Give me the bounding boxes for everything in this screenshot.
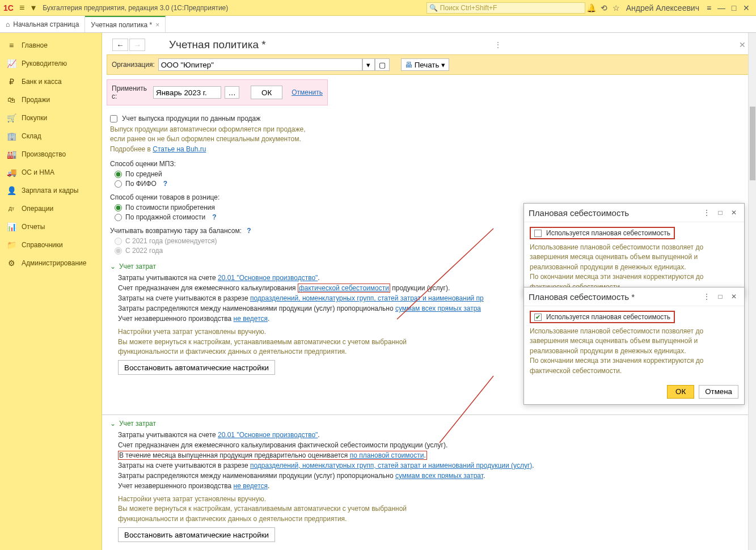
restore-auto-button-2[interactable]: Восстановить автоматические настройки: [118, 527, 275, 542]
radio-label: По продажной стоимости: [125, 213, 205, 221]
distribution-link[interactable]: суммам всех прямых затра: [395, 304, 481, 312]
history-icon[interactable]: ⟲: [598, 2, 610, 14]
sidebar-item-main[interactable]: ≡Главное: [0, 36, 102, 54]
wip-link[interactable]: не ведется: [234, 315, 268, 323]
close-window-icon[interactable]: ✕: [740, 2, 753, 14]
star-icon[interactable]: ☆: [610, 2, 623, 14]
retail-label: Способ оценки товаров в рознице:: [110, 193, 748, 201]
sidebar-item-operations[interactable]: ДтОперации: [0, 200, 102, 218]
sidebar-item-admin[interactable]: ⚙Администрирование: [0, 254, 102, 272]
popup-more-icon[interactable]: ⋮: [701, 291, 712, 302]
scrollbar[interactable]: [748, 33, 756, 550]
sidebar-item-refs[interactable]: 📁Справочники: [0, 236, 102, 254]
print-button[interactable]: 🖶 Печать ▾: [401, 58, 450, 71]
highlighted-plan-line: В течение месяца выпущенная продукция пр…: [118, 451, 427, 460]
tab-home[interactable]: ⌂ Начальная страница: [0, 16, 85, 32]
apply-label: Применить с:: [112, 84, 150, 100]
cost-section-toggle-2[interactable]: ⌄Учет затрат: [110, 420, 748, 428]
sidebar-item-bank[interactable]: ₽Банк и касса: [0, 73, 102, 91]
manual-hint-2: Настройки учета затрат установлены вручн…: [118, 494, 748, 524]
checkbox-output-by-sales[interactable]: Учет выпуска продукции по данным продаж: [110, 115, 748, 122]
org-dropdown-button[interactable]: ▾: [362, 58, 375, 71]
apply-date-input[interactable]: [153, 86, 221, 99]
minimize-icon[interactable]: —: [715, 2, 728, 14]
checkbox-checked-icon[interactable]: ✔: [534, 314, 542, 321]
bag-icon: 🛍: [6, 95, 17, 104]
checkbox[interactable]: [110, 115, 117, 122]
sidebar-item-label: ОС и НМА: [22, 168, 54, 176]
popup-cancel-button[interactable]: Отмена: [699, 385, 738, 399]
search-input[interactable]: 🔍 Поиск Ctrl+Shift+F: [426, 2, 585, 14]
forward-button[interactable]: →: [129, 39, 145, 51]
app-logo-icon: 1C: [3, 3, 14, 12]
popup-title: Плановая себестоимость *: [529, 292, 635, 302]
popup-maximize-icon[interactable]: □: [715, 291, 726, 302]
maximize-icon[interactable]: □: [728, 2, 740, 14]
actual-cost-link[interactable]: фактической себестоимости: [299, 284, 389, 292]
scroll-thumb[interactable]: [750, 107, 755, 180]
account-link[interactable]: 20.01 "Основное производство": [218, 431, 318, 439]
apply-ok-button[interactable]: ОК: [251, 86, 282, 99]
bell-icon[interactable]: 🔔: [585, 2, 598, 14]
sidebar-item-manager[interactable]: 📈Руководителю: [0, 54, 102, 73]
sidebar-item-assets[interactable]: 🚚ОС и НМА: [0, 163, 102, 181]
sidebar-item-warehouse[interactable]: 🏢Склад: [0, 127, 102, 145]
help-icon[interactable]: ?: [212, 213, 216, 221]
plan-cost-link[interactable]: по плановой стоимости: [350, 451, 424, 459]
truck-icon: 🚚: [6, 168, 17, 177]
radio-label: По стоимости приобретения: [125, 204, 215, 211]
help-icon[interactable]: ?: [247, 227, 251, 235]
hamburger-icon[interactable]: ≡: [19, 3, 24, 13]
popup-close-icon[interactable]: ✕: [728, 291, 740, 302]
dropdown-icon[interactable]: ▾: [31, 2, 36, 13]
sidebar-item-label: Покупки: [22, 114, 47, 122]
person-icon: 👤: [6, 186, 17, 195]
popup-more-icon[interactable]: ⋮: [701, 207, 712, 218]
popup-checkbox-row-checked[interactable]: ✔ Используется плановая себестоимость: [530, 311, 675, 323]
sidebar-item-reports[interactable]: 📊Отчеты: [0, 218, 102, 236]
apply-cancel-link[interactable]: Отменить: [292, 88, 323, 96]
sidebar-item-production[interactable]: 🏭Производство: [0, 145, 102, 163]
popup-desc: Использование плановой себестоимости поз…: [530, 243, 738, 292]
org-open-button[interactable]: ▢: [375, 58, 390, 71]
sidebar-item-label: Справочники: [22, 241, 63, 249]
radio-mpz-fifo[interactable]: По ФИФО?: [115, 180, 748, 188]
distribution-link-2[interactable]: суммам всех прямых затрат: [395, 472, 483, 480]
radio-mpz-avg[interactable]: По средней: [115, 170, 748, 178]
sections-link[interactable]: подразделений, номенклатурных групп, ста…: [250, 294, 484, 302]
sidebar-item-sales[interactable]: 🛍Продажи: [0, 91, 102, 109]
back-button[interactable]: ←: [112, 39, 128, 51]
restore-auto-button[interactable]: Восстановить автоматические настройки: [118, 360, 275, 375]
cost-block-variant: ⌄Учет затрат Затраты учитываются на счет…: [102, 414, 756, 550]
popup-checkbox-row[interactable]: Используется плановая себестоимость: [530, 227, 675, 239]
sidebar-item-hr[interactable]: 👤Зарплата и кадры: [0, 181, 102, 200]
buh-link[interactable]: Статье на Buh.ru: [153, 145, 206, 153]
org-label: Организация:: [112, 61, 155, 69]
popup-body: Используется плановая себестоимость Испо…: [524, 222, 744, 297]
sidebar-item-label: Руководителю: [22, 60, 67, 67]
radio-label: По ФИФО: [125, 180, 157, 188]
checkbox-icon[interactable]: [534, 230, 542, 237]
wip-link-2[interactable]: не ведется: [234, 482, 268, 490]
account-link[interactable]: 20.01 "Основное производство": [218, 274, 318, 282]
tab-active[interactable]: Учетная политика * ×: [85, 16, 166, 32]
apply-date-picker[interactable]: …: [225, 86, 239, 99]
sidebar-item-label: Продажи: [22, 96, 50, 104]
sidebar-item-purchases[interactable]: 🛒Покупки: [0, 109, 102, 127]
popup-maximize-icon[interactable]: □: [715, 207, 726, 218]
radio-label: По средней: [125, 170, 162, 178]
popup-close-icon[interactable]: ✕: [728, 207, 740, 218]
sidebar-item-label: Склад: [22, 132, 41, 140]
titlebar: 1C ≡ ▾ Бухгалтерия предприятия, редакция…: [0, 0, 756, 16]
popup-ok-button[interactable]: ОК: [667, 385, 694, 399]
page-close-icon[interactable]: ✕: [739, 40, 746, 49]
chevron-down-icon: ⌄: [110, 420, 116, 428]
more-icon[interactable]: ⋮: [494, 40, 502, 49]
sections-link-2[interactable]: подразделений, номенклатурных групп, ста…: [250, 462, 532, 469]
user-name[interactable]: Андрей Алексеевич: [623, 2, 703, 14]
close-icon[interactable]: ×: [155, 21, 159, 29]
help-icon[interactable]: ?: [163, 180, 167, 188]
org-input[interactable]: [158, 58, 362, 71]
print-icon: 🖶: [405, 61, 412, 69]
settings-icon[interactable]: ≡: [703, 2, 715, 14]
